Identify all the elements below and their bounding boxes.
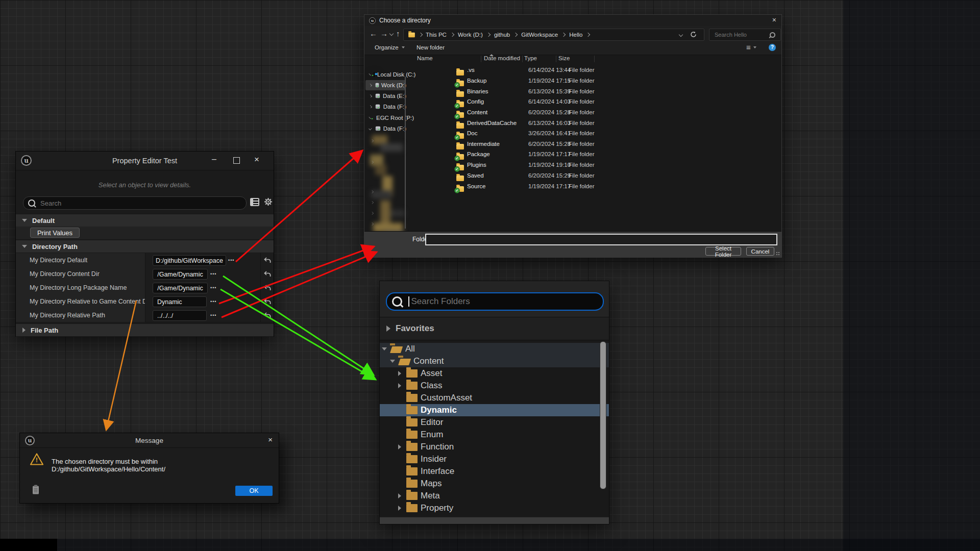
view-mode-button[interactable]: ≡	[746, 44, 756, 51]
settings-gear-icon[interactable]	[264, 197, 273, 206]
expanded-arrow-icon[interactable]	[390, 360, 395, 363]
sidebar-item-local-disk-c[interactable]: Local Disk (C:)	[364, 69, 406, 80]
collapsed-arrow-icon[interactable]	[398, 506, 401, 511]
close-button[interactable]: ×	[254, 155, 259, 165]
reset-to-default-icon[interactable]	[264, 257, 271, 263]
organize-menu-button[interactable]: Organize	[375, 44, 405, 51]
file-row[interactable]: .vs6/14/2024 13:44File folder	[409, 64, 781, 75]
folder-name-input[interactable]	[425, 234, 777, 245]
chevron-right-icon[interactable]	[369, 73, 371, 76]
collapsed-arrow-icon[interactable]	[398, 444, 401, 449]
tree-row-customasset[interactable]: CustomAsset	[380, 392, 609, 404]
directory-value-field[interactable]: /Game/Dynamic	[153, 269, 208, 280]
tree-row-meta[interactable]: Meta	[380, 490, 609, 502]
browse-ellipsis-button[interactable]: •••	[210, 271, 216, 277]
ok-button[interactable]: OK	[235, 486, 273, 496]
collapsed-arrow-icon[interactable]	[398, 493, 401, 498]
tree-row-editor[interactable]: Editor	[380, 416, 609, 429]
tree-row-asset[interactable]: Asset	[380, 367, 609, 380]
display-filter-icon[interactable]	[250, 198, 259, 206]
expanded-arrow-icon[interactable]	[382, 347, 387, 350]
section-header-default[interactable]: Default	[16, 214, 274, 227]
dialog-search-box[interactable]	[709, 29, 781, 41]
folder-search-box[interactable]	[386, 292, 604, 311]
breadcrumb-item[interactable]: Hello	[569, 32, 582, 38]
message-titlebar[interactable]: u Message ×	[20, 433, 279, 448]
directory-value-field[interactable]: ../../../	[153, 310, 207, 321]
column-header-date-modified[interactable]: Date modified	[484, 55, 520, 61]
reset-to-default-icon[interactable]	[264, 285, 271, 291]
search-input[interactable]	[39, 199, 246, 208]
directory-value-field[interactable]: /Game/Dynamic	[153, 283, 208, 293]
breadcrumb-item[interactable]: This PC	[426, 32, 447, 38]
tree-row-interface[interactable]: Interface	[380, 465, 609, 478]
tree-row-insider[interactable]: Insider	[380, 453, 609, 465]
directory-value-field[interactable]: D:/github/GitWorkspace	[153, 255, 226, 266]
browse-ellipsis-button[interactable]: •••	[210, 313, 216, 318]
dialog-search-input[interactable]	[714, 31, 770, 38]
file-row[interactable]: ✓Source1/19/2024 17:17File folder	[409, 181, 781, 191]
tree-row-function[interactable]: Function	[380, 441, 609, 453]
close-icon[interactable]: ×	[772, 16, 776, 24]
tree-row-property[interactable]: Property	[380, 502, 609, 514]
dialog-titlebar[interactable]: u Choose a directory ×	[364, 15, 781, 26]
file-row[interactable]: DerivedDataCache6/13/2024 16:03File fold…	[409, 117, 781, 128]
breadcrumb[interactable]: This PC Work (D:) github GitWorkspace He…	[403, 29, 704, 41]
collapsed-arrow-icon[interactable]	[386, 325, 390, 332]
copy-to-clipboard-icon[interactable]	[32, 485, 39, 495]
minimize-button[interactable]: –	[212, 155, 216, 164]
help-icon[interactable]: ?	[769, 44, 776, 51]
file-row[interactable]: ✓Content6/20/2024 15:28File folder	[409, 107, 781, 117]
details-search-bar[interactable]	[23, 196, 247, 210]
tree-row-enum[interactable]: Enum	[380, 429, 609, 441]
browse-ellipsis-button[interactable]: •••	[210, 299, 216, 304]
address-dropdown-chevron-icon[interactable]	[679, 33, 683, 37]
resize-grip[interactable]	[776, 252, 780, 256]
chevron-right-icon[interactable]	[369, 105, 372, 108]
property-editor-titlebar[interactable]: u Property Editor Test – ×	[16, 152, 274, 170]
file-row[interactable]: ✓Doc3/26/2024 16:41File folder	[409, 128, 781, 138]
reset-to-default-icon[interactable]	[264, 298, 271, 305]
browse-ellipsis-button[interactable]: •••	[228, 258, 234, 263]
reset-to-default-icon[interactable]	[264, 271, 271, 277]
directory-value-field[interactable]: Dynamic	[153, 296, 207, 307]
column-header-size[interactable]: Size	[558, 55, 570, 61]
file-row[interactable]: ✓Package1/19/2024 17:17File folder	[409, 148, 781, 159]
maximize-button[interactable]	[233, 157, 240, 164]
print-values-button[interactable]: Print Values	[30, 228, 80, 238]
chevron-right-icon[interactable]	[369, 117, 371, 119]
breadcrumb-item[interactable]: github	[494, 32, 510, 38]
cancel-button[interactable]: Cancel	[746, 247, 774, 256]
sidebar-item-data-e[interactable]: Data (E:)	[364, 91, 406, 101]
refresh-icon[interactable]	[690, 31, 697, 38]
sidebar-item-data-f-expanded[interactable]: Data (F:)	[364, 123, 406, 134]
browse-ellipsis-button[interactable]: •••	[210, 285, 216, 290]
chevron-right-icon[interactable]	[369, 94, 372, 97]
sidebar-item-egc-root-p[interactable]: EGC Root (P:)	[364, 113, 406, 123]
file-row[interactable]: Intermediate6/20/2024 15:28File folder	[409, 138, 781, 149]
reset-to-default-icon[interactable]	[264, 312, 271, 318]
chevron-down-icon[interactable]	[369, 127, 372, 130]
tree-row-dynamic-selected[interactable]: Dynamic	[380, 404, 609, 416]
tree-row-content[interactable]: Content	[380, 355, 609, 367]
collapsed-arrow-icon[interactable]	[398, 371, 401, 376]
file-row[interactable]: ✓Plugins1/19/2024 19:10File folder	[409, 159, 781, 170]
chevron-right-icon[interactable]	[369, 84, 372, 86]
tree-row-class[interactable]: Class	[380, 380, 609, 392]
breadcrumb-item[interactable]: GitWorkspace	[521, 32, 558, 38]
column-header-name[interactable]: Name	[417, 55, 433, 61]
folder-search-input[interactable]	[410, 296, 603, 307]
section-header-directory-path[interactable]: Directory Path	[16, 240, 274, 253]
forward-icon[interactable]: →	[380, 29, 388, 38]
file-row[interactable]: ✓Config6/14/2024 14:03File folder	[409, 96, 781, 107]
up-icon[interactable]: ↑	[396, 29, 400, 38]
close-icon[interactable]: ×	[268, 435, 273, 444]
recent-locations-chevron-icon[interactable]	[389, 32, 394, 36]
new-folder-button[interactable]: New folder	[416, 44, 445, 51]
file-row[interactable]: Saved6/20/2024 15:29File folder	[409, 170, 781, 181]
breadcrumb-item[interactable]: Work (D:)	[458, 32, 483, 38]
select-folder-button[interactable]: Select Folder	[705, 247, 741, 256]
tree-row-all[interactable]: All	[380, 343, 609, 355]
sidebar-scrollbar[interactable]	[405, 77, 406, 229]
collapsed-arrow-icon[interactable]	[398, 383, 401, 388]
